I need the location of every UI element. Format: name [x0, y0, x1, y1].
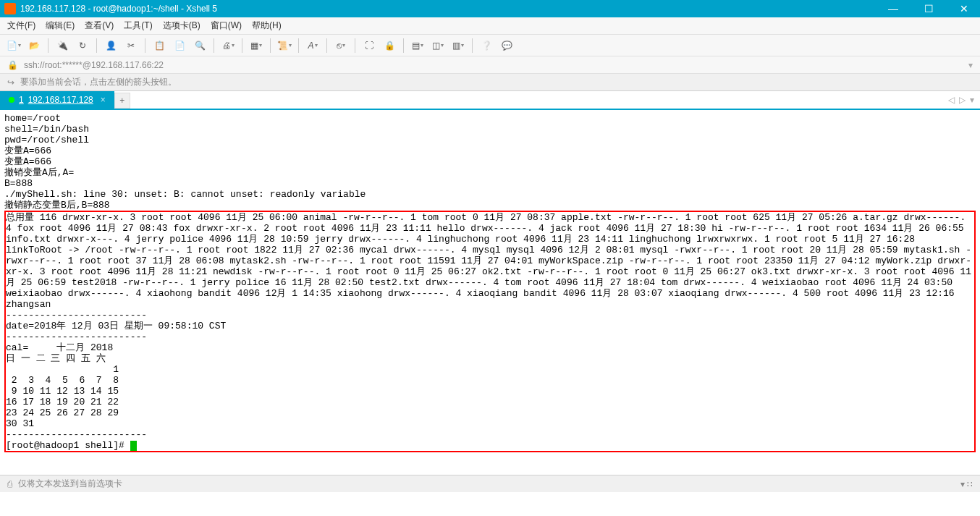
- tab-close-icon[interactable]: ×: [101, 95, 106, 105]
- tab-status-icon: [9, 97, 14, 103]
- new-file-icon[interactable]: 📄: [6, 38, 22, 54]
- tab-add-button[interactable]: +: [114, 93, 130, 109]
- menu-help[interactable]: 帮助(H): [252, 20, 282, 32]
- url-display[interactable]: ssh://root:******@192.168.117.66:22: [24, 60, 164, 70]
- arrow-tip-icon[interactable]: ↪: [7, 77, 14, 88]
- chat-icon[interactable]: 💬: [499, 38, 515, 54]
- app-icon: [4, 3, 16, 14]
- cascade-icon[interactable]: ▥: [450, 38, 466, 54]
- window-controls: — ☐ ✕: [881, 3, 976, 14]
- addressbar-dropdown-icon[interactable]: ▾: [968, 60, 973, 70]
- lock-icon[interactable]: 🔒: [381, 38, 397, 54]
- terminal-pre: home=/root shell=/bin/bash pwd=/root/she…: [4, 113, 366, 211]
- tab-scroll-left-icon[interactable]: ◁: [948, 95, 955, 105]
- reconnect-icon[interactable]: ↻: [75, 38, 90, 54]
- maximize-button[interactable]: ☐: [917, 3, 941, 14]
- search-icon[interactable]: 🔍: [192, 38, 208, 54]
- layout-icon[interactable]: ▦: [248, 38, 264, 54]
- help-icon[interactable]: ❔: [478, 38, 494, 54]
- addressbar: 🔒 ssh://root:******@192.168.117.66:22 ▾: [0, 56, 980, 74]
- infobar: ↪ 要添加当前会话，点击左侧的箭头按钮。: [0, 74, 980, 91]
- menu-window[interactable]: 窗口(W): [211, 20, 242, 32]
- tabstrip: 1 192.168.117.128 × + ◁ ▷ ▾: [0, 91, 980, 110]
- infobar-tip: 要添加当前会话，点击左侧的箭头按钮。: [20, 76, 177, 88]
- cut-icon[interactable]: ✂: [123, 38, 139, 54]
- connect-icon[interactable]: 🔌: [54, 38, 70, 54]
- window-title: 192.168.117.128 - root@hadoop1:~/shell -…: [20, 4, 217, 14]
- ssh-lock-icon: 🔒: [7, 60, 18, 70]
- copy-icon[interactable]: 📋: [151, 38, 167, 54]
- tab-list-icon[interactable]: ▾: [970, 95, 974, 105]
- profile-icon[interactable]: 👤: [103, 38, 119, 54]
- toolbar: 📄 📂 🔌 ↻ 👤 ✂ 📋 📄 🔍 🖨 ▦ 📜 A ⎋ ⛶ 🔒 ▤ ◫ ▥ ❔ …: [0, 35, 980, 56]
- status-right: ▾ ∷: [960, 479, 973, 489]
- menu-edit[interactable]: 编辑(E): [46, 20, 75, 32]
- tab-label: 192.168.117.128: [28, 95, 93, 105]
- font-icon[interactable]: A: [305, 38, 321, 54]
- cursor: [130, 441, 137, 451]
- fullscreen-icon[interactable]: ⛶: [361, 38, 377, 54]
- menu-tools[interactable]: 工具(T): [124, 20, 152, 32]
- terminal-prompt: [root@hadoop1 shell]#: [6, 440, 130, 451]
- print-icon[interactable]: 🖨: [220, 38, 236, 54]
- script-icon[interactable]: 📜: [276, 38, 292, 54]
- status-text: 仅将文本发送到当前选项卡: [18, 478, 122, 490]
- encoding-icon[interactable]: ⎋: [333, 38, 349, 54]
- window-icon[interactable]: ◫: [430, 38, 446, 54]
- menu-tabs[interactable]: 选项卡(B): [163, 20, 200, 32]
- tab-prefix: 1: [19, 95, 24, 105]
- status-dropdown-icon[interactable]: ▾ ∷: [960, 479, 973, 489]
- menubar: 文件(F) 编辑(E) 查看(V) 工具(T) 选项卡(B) 窗口(W) 帮助(…: [0, 17, 980, 35]
- tile-icon[interactable]: ▤: [410, 38, 426, 54]
- highlighted-output: 总用量 116 drwxr-xr-x. 3 root root 4096 11月…: [4, 211, 976, 452]
- close-button[interactable]: ✕: [952, 3, 976, 14]
- statusbar: ⎙ 仅将文本发送到当前选项卡 ▾ ∷: [0, 475, 980, 492]
- menu-file[interactable]: 文件(F): [7, 20, 35, 32]
- tab-scroll-right-icon[interactable]: ▷: [959, 95, 966, 105]
- status-send-icon[interactable]: ⎙: [7, 479, 12, 489]
- terminal-red: 总用量 116 drwxr-xr-x. 3 root root 4096 11月…: [6, 212, 971, 440]
- tab-session[interactable]: 1 192.168.117.128 ×: [0, 91, 114, 109]
- terminal[interactable]: home=/root shell=/bin/bash pwd=/root/she…: [0, 110, 980, 475]
- open-folder-icon[interactable]: 📂: [26, 38, 42, 54]
- titlebar: 192.168.117.128 - root@hadoop1:~/shell -…: [0, 0, 980, 17]
- minimize-button[interactable]: —: [881, 3, 905, 14]
- menu-view[interactable]: 查看(V): [85, 20, 114, 32]
- paste-icon[interactable]: 📄: [172, 38, 187, 54]
